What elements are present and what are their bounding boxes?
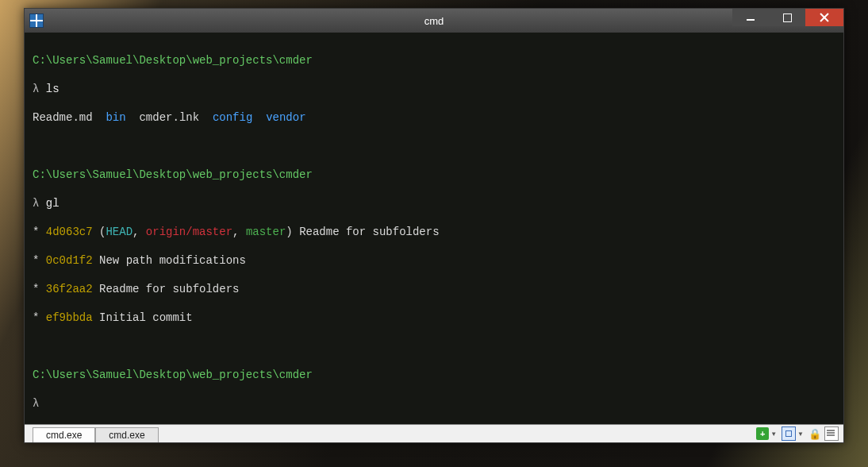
app-icon[interactable] <box>29 14 44 28</box>
ls-entry: bin <box>106 111 125 124</box>
ref-remote: origin/master <box>146 226 232 238</box>
ref-branch: master <box>246 226 286 238</box>
prompt-symbol: λ <box>33 197 39 210</box>
commit-message: Initial commit <box>99 311 193 324</box>
desktop-background: cmd C:\Users\Samuel\Desktop\web_projects… <box>0 0 868 467</box>
statusbar-right: + ▼ ▼ 🔒 <box>756 425 843 442</box>
minimize-icon <box>747 19 755 21</box>
prompt-symbol: λ <box>33 397 39 410</box>
commit-hash: 36f2aa2 <box>46 283 93 295</box>
log-star: * <box>33 254 39 267</box>
maximize-button[interactable] <box>769 9 805 26</box>
decor-close: ) <box>286 226 292 238</box>
close-button[interactable] <box>805 9 843 26</box>
dropdown-caret-icon[interactable]: ▼ <box>797 430 804 438</box>
commit-hash: ef9bbda <box>46 311 93 324</box>
prompt-symbol: λ <box>33 83 39 95</box>
window-controls <box>732 9 843 26</box>
decor-sep: , <box>232 226 246 238</box>
prompt-input: ls <box>46 83 60 95</box>
prompt-input: gl <box>46 197 60 210</box>
commit-message: New path modifications <box>99 254 246 267</box>
log-star: * <box>33 283 39 295</box>
window-title: cmd <box>25 15 843 27</box>
commit-hash: 0c0d1f2 <box>46 254 93 267</box>
prompt-path: C:\Users\Samuel\Desktop\web_projects\cmd… <box>33 168 313 181</box>
commit-hash: 4d063c7 <box>46 226 93 238</box>
ls-entry: cmder.lnk <box>139 111 199 124</box>
attach-icon[interactable] <box>782 426 796 441</box>
terminal-output[interactable]: C:\Users\Samuel\Desktop\web_projects\cmd… <box>25 33 843 424</box>
prompt-path: C:\Users\Samuel\Desktop\web_projects\cmd… <box>33 54 313 67</box>
commit-message: Readme for subfolders <box>299 226 439 238</box>
decor-sep: , <box>133 226 146 238</box>
console-tabs: cmd.exe cmd.exe <box>33 425 159 442</box>
minimize-button[interactable] <box>732 9 769 26</box>
ls-entry: Readme.md <box>33 111 93 124</box>
console-tab-active[interactable]: cmd.exe <box>33 427 95 442</box>
maximize-icon <box>783 14 792 22</box>
console-tab[interactable]: cmd.exe <box>95 427 158 442</box>
ls-entry: vendor <box>266 111 305 124</box>
titlebar[interactable]: cmd <box>25 9 843 33</box>
close-icon <box>820 13 829 22</box>
new-console-icon[interactable]: + <box>756 427 769 440</box>
prompt-path: C:\Users\Samuel\Desktop\web_projects\cmd… <box>33 369 313 381</box>
log-star: * <box>33 311 39 324</box>
ref-head: HEAD <box>106 226 133 238</box>
terminal-window: cmd C:\Users\Samuel\Desktop\web_projects… <box>24 8 844 443</box>
commit-message: Readme for subfolders <box>99 283 239 295</box>
dropdown-caret-icon[interactable]: ▼ <box>770 430 777 438</box>
lock-icon[interactable]: 🔒 <box>808 427 821 440</box>
log-star: * <box>33 226 39 238</box>
menu-icon[interactable] <box>824 426 839 441</box>
ls-entry: config <box>213 111 252 124</box>
statusbar: cmd.exe cmd.exe + ▼ ▼ 🔒 <box>25 424 843 442</box>
